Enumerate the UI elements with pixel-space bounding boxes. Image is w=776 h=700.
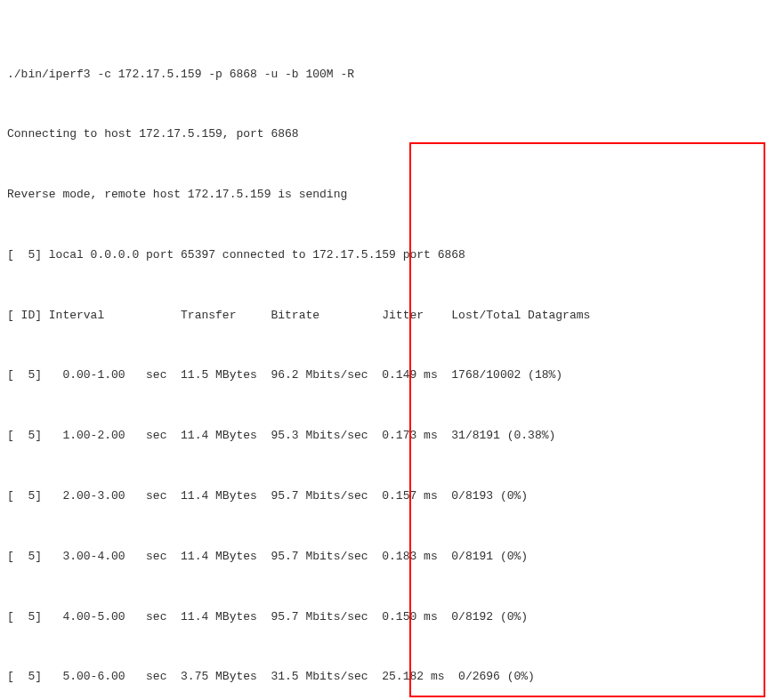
blank <box>7 157 769 173</box>
blank <box>7 580 769 595</box>
blank <box>7 278 769 294</box>
blank <box>7 97 769 112</box>
blank <box>7 640 769 655</box>
blank <box>7 218 769 233</box>
reverse-mode-line: Reverse mode, remote host 172.17.5.159 i… <box>7 188 769 203</box>
blank <box>7 459 769 474</box>
blank <box>7 339 769 354</box>
data-row: [ 5] 4.00-5.00 sec 11.4 MBytes 95.7 Mbit… <box>7 610 769 625</box>
conn-line: [ 5] local 0.0.0.0 port 65397 connected … <box>7 248 769 263</box>
blank <box>7 519 769 535</box>
header-line: [ ID] Interval Transfer Bitrate Jitter L… <box>7 309 769 324</box>
data-row: [ 5] 1.00-2.00 sec 11.4 MBytes 95.3 Mbit… <box>7 429 769 444</box>
data-row: [ 5] 0.00-1.00 sec 11.5 MBytes 96.2 Mbit… <box>7 368 769 383</box>
data-row: [ 5] 5.00-6.00 sec 3.75 MBytes 31.5 Mbit… <box>7 670 769 685</box>
command-line: ./bin/iperf3 -c 172.17.5.159 -p 6868 -u … <box>7 68 769 83</box>
blank <box>7 398 769 414</box>
connecting-line: Connecting to host 172.17.5.159, port 68… <box>7 127 769 142</box>
data-row: [ 5] 2.00-3.00 sec 11.4 MBytes 95.7 Mbit… <box>7 489 769 504</box>
data-row: [ 5] 3.00-4.00 sec 11.4 MBytes 95.7 Mbit… <box>7 550 769 565</box>
